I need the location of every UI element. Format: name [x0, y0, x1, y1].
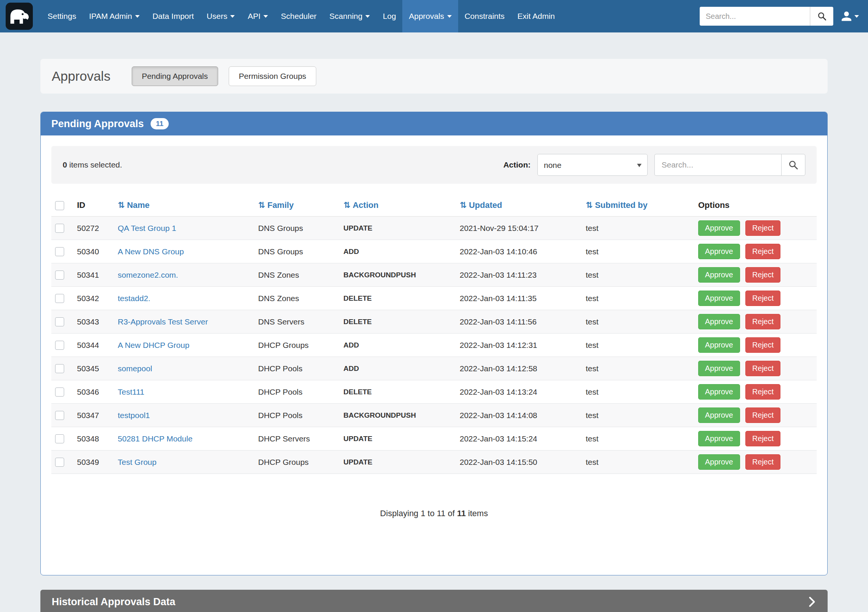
approve-button[interactable]: Approve: [698, 407, 740, 423]
tab-pending-approvals[interactable]: Pending Approvals: [132, 67, 218, 86]
row-action: UPDATE: [339, 427, 456, 451]
row-id: 50343: [73, 310, 114, 333]
action-select[interactable]: none: [538, 154, 648, 176]
row-name-link[interactable]: testpool1: [118, 411, 150, 420]
toolbar-right: Action: none: [504, 154, 805, 176]
column-header-submitted-by[interactable]: ⇅Submitted by: [582, 195, 694, 217]
approve-button[interactable]: Approve: [698, 220, 740, 236]
panel-title: Pending Approvals: [51, 118, 144, 130]
row-name-link[interactable]: R3-Approvals Test Server: [118, 317, 208, 326]
search-icon: [817, 11, 827, 21]
row-action: ADD: [339, 357, 456, 380]
reject-button[interactable]: Reject: [746, 407, 780, 423]
reject-button[interactable]: Reject: [746, 314, 780, 329]
phpipam-logo[interactable]: [6, 3, 33, 30]
row-checkbox[interactable]: [55, 364, 64, 373]
row-name-link[interactable]: A New DNS Group: [118, 247, 184, 256]
tab-permission-groups[interactable]: Permission Groups: [229, 67, 317, 86]
row-name-cell: somepool: [114, 357, 254, 380]
historical-approvals-header[interactable]: Historical Approvals Data: [40, 590, 828, 612]
reject-button[interactable]: Reject: [746, 267, 780, 283]
nav-item-ipam-admin[interactable]: IPAM Admin: [83, 0, 146, 33]
column-header-name[interactable]: ⇅Name: [114, 195, 254, 217]
nav-item-scanning[interactable]: Scanning: [323, 0, 377, 33]
row-name-link[interactable]: 50281 DHCP Module: [118, 434, 192, 443]
approve-button[interactable]: Approve: [698, 267, 740, 283]
column-header-family[interactable]: ⇅Family: [254, 195, 339, 217]
table-search-input[interactable]: [654, 154, 781, 176]
row-checkbox[interactable]: [55, 247, 64, 256]
approve-button[interactable]: Approve: [698, 361, 740, 376]
row-checkbox[interactable]: [55, 317, 64, 326]
approve-button[interactable]: Approve: [698, 384, 740, 400]
row-id: 50272: [73, 217, 114, 240]
reject-button[interactable]: Reject: [746, 291, 780, 306]
row-checkbox[interactable]: [55, 458, 64, 467]
row-name-link[interactable]: QA Test Group 1: [118, 224, 176, 232]
sort-icon: ⇅: [118, 200, 124, 210]
column-header-action[interactable]: ⇅Action: [339, 195, 456, 217]
row-name-link[interactable]: testadd2.: [118, 294, 150, 303]
nav-item-log[interactable]: Log: [376, 0, 402, 33]
row-options-cell: Approve Reject: [694, 310, 817, 333]
row-checkbox[interactable]: [55, 387, 64, 397]
nav-item-label: Users: [207, 12, 228, 21]
approve-button[interactable]: Approve: [698, 314, 740, 329]
row-updated: 2022-Jan-03 14:12:31: [456, 333, 582, 357]
row-checkbox[interactable]: [55, 294, 64, 303]
table-row: 50349 Test Group DHCP Groups UPDATE 2022…: [51, 451, 817, 474]
navbar-search-input[interactable]: [700, 7, 810, 26]
row-name-link[interactable]: somepool: [118, 364, 152, 373]
row-name-link[interactable]: Test111: [118, 387, 144, 396]
user-icon: [841, 11, 852, 22]
select-all-checkbox[interactable]: [55, 201, 64, 210]
approve-button[interactable]: Approve: [698, 431, 740, 446]
nav-item-users[interactable]: Users: [200, 0, 242, 33]
nav-item-constraints[interactable]: Constraints: [458, 0, 511, 33]
reject-button[interactable]: Reject: [746, 244, 780, 259]
row-check-cell: [51, 357, 73, 380]
row-name-link[interactable]: A New DHCP Group: [118, 341, 189, 349]
nav-item-exit-admin[interactable]: Exit Admin: [511, 0, 561, 33]
row-checkbox[interactable]: [55, 341, 64, 350]
row-updated: 2022-Jan-03 14:15:50: [456, 451, 582, 474]
reject-button[interactable]: Reject: [746, 220, 780, 236]
reject-button[interactable]: Reject: [746, 337, 780, 353]
user-menu[interactable]: [841, 11, 859, 22]
row-id: 50345: [73, 357, 114, 380]
approve-button[interactable]: Approve: [698, 337, 740, 353]
approve-button[interactable]: Approve: [698, 244, 740, 259]
nav-item-api[interactable]: API: [241, 0, 274, 33]
nav-item-settings[interactable]: Settings: [41, 0, 83, 33]
row-checkbox[interactable]: [55, 434, 64, 443]
row-checkbox[interactable]: [55, 224, 64, 233]
approve-button[interactable]: Approve: [698, 454, 740, 470]
nav-item-scheduler[interactable]: Scheduler: [274, 0, 323, 33]
select-all-header: [51, 195, 73, 217]
row-check-cell: [51, 451, 73, 474]
table-row: 50340 A New DNS Group DNS Groups ADD 202…: [51, 240, 817, 263]
row-name-link[interactable]: somezone2.com.: [118, 271, 178, 279]
table-search-button[interactable]: [781, 154, 805, 176]
row-action: ADD: [339, 240, 456, 263]
row-checkbox[interactable]: [55, 411, 64, 420]
table-row: 50343 R3-Approvals Test Server DNS Serve…: [51, 310, 817, 333]
reject-button[interactable]: Reject: [746, 361, 780, 376]
row-check-cell: [51, 310, 73, 333]
panel-body: 0 items selected. Action: none: [41, 135, 827, 575]
navbar-search-button[interactable]: [810, 7, 833, 26]
nav-item-approvals[interactable]: Approvals: [402, 0, 458, 33]
reject-button[interactable]: Reject: [746, 431, 780, 446]
row-submitted-by: test: [582, 217, 694, 240]
row-id: 50342: [73, 287, 114, 310]
row-family: DHCP Pools: [254, 380, 339, 404]
reject-button[interactable]: Reject: [746, 384, 780, 400]
approve-button[interactable]: Approve: [698, 291, 740, 306]
row-name-link[interactable]: Test Group: [118, 458, 157, 466]
nav-item-data-import[interactable]: Data Import: [146, 0, 200, 33]
row-options-cell: Approve Reject: [694, 357, 817, 380]
row-checkbox[interactable]: [55, 271, 64, 280]
row-id: 50341: [73, 263, 114, 287]
reject-button[interactable]: Reject: [746, 454, 780, 470]
column-header-updated[interactable]: ⇅Updated: [456, 195, 582, 217]
